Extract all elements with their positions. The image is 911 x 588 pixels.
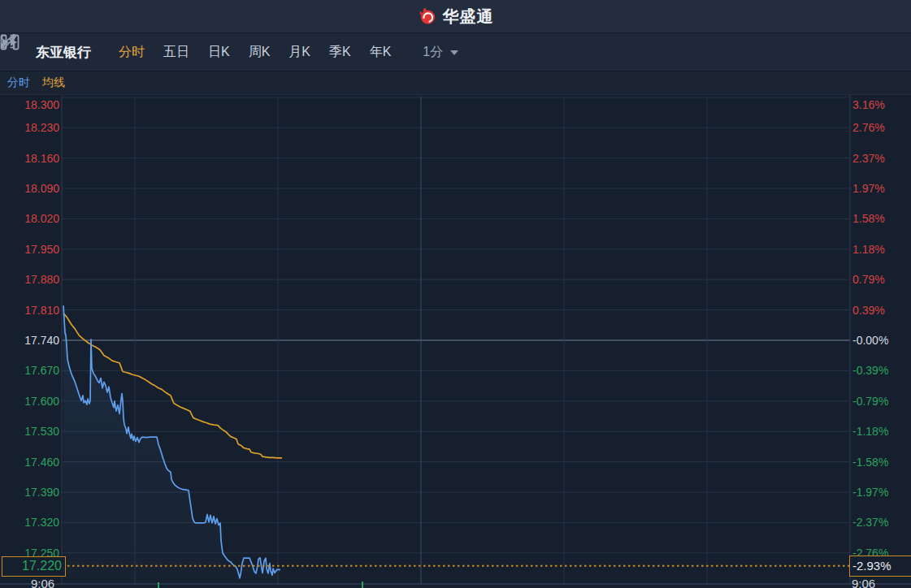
open-right-panel-button[interactable] [883, 43, 901, 61]
chevron-down-icon [450, 50, 458, 55]
percent-axis-label: 1.58% [852, 213, 885, 225]
chart-nav-bar: 东亚银行 分时五日日K周K月K季K年K 1分 [0, 33, 911, 71]
tab-yearly-k[interactable]: 年K [368, 41, 393, 64]
current-price-value: 17.220 [22, 559, 62, 573]
app-title: 华盛通 [443, 6, 494, 28]
percent-axis-label: 0.39% [852, 304, 885, 316]
volume-bar-tip [158, 582, 159, 588]
app-logo-flame-icon [418, 6, 437, 26]
tab-weekly-k[interactable]: 周K [247, 41, 272, 64]
tab-quarterly-k[interactable]: 季K [328, 41, 353, 64]
percent-axis-label: 1.18% [852, 243, 885, 255]
percent-axis-label: -0.79% [852, 395, 888, 407]
open-right-panel-icon [0, 33, 20, 51]
price-axis-label: 18.230 [0, 122, 59, 134]
overlay-legend-bar: 分时 均线 [0, 71, 911, 94]
period-tabs: 分时五日日K周K月K季K年K [117, 41, 408, 64]
current-price-badge: 17.220 [2, 556, 66, 577]
percent-axis-label: -1.58% [852, 456, 888, 468]
percent-axis-label: -2.37% [852, 517, 888, 529]
time-axis-label-left: 9:06 [31, 577, 54, 588]
price-axis-label: 18.160 [0, 152, 59, 164]
percent-axis-label: -1.97% [852, 486, 888, 499]
stock-name: 东亚银行 [36, 43, 91, 62]
tab-five-day[interactable]: 五日 [162, 41, 191, 64]
percent-axis-label: 0.79% [852, 274, 885, 286]
percent-axis-label: 2.37% [852, 152, 885, 164]
price-axis-label: 17.810 [0, 304, 59, 316]
chart-canvas[interactable] [0, 94, 911, 588]
interval-dropdown[interactable]: 1分 [423, 44, 458, 61]
price-axis-label: 17.950 [0, 243, 59, 255]
stock-chart-app: { "header": { "app_title": "华盛通" }, "nav… [0, 0, 911, 588]
title-bar: 华盛通 [0, 0, 911, 33]
nav-right-tools [820, 43, 901, 61]
fullscreen-button[interactable] [852, 43, 870, 61]
price-axis-label: 17.460 [0, 456, 59, 468]
interval-dropdown-value: 1分 [423, 44, 443, 61]
price-axis-label: 17.530 [0, 426, 59, 438]
volume-bar-tip [362, 582, 363, 588]
tab-daily-k[interactable]: 日K [206, 41, 232, 64]
price-axis-label: 18.090 [0, 182, 59, 194]
chart-area[interactable]: 18.3003.16%18.2302.76%18.1602.37%18.0901… [0, 94, 911, 588]
price-axis-label: 17.880 [0, 274, 59, 286]
price-axis-label: 17.320 [0, 517, 59, 529]
tab-monthly-k[interactable]: 月K [287, 41, 312, 64]
price-axis-label: 18.300 [0, 99, 59, 111]
tab-minute[interactable]: 分时 [117, 41, 146, 64]
percent-axis-label: -1.18% [852, 426, 888, 438]
legend-tab-minute-line[interactable]: 分时 [7, 76, 30, 90]
percent-axis-label: -0.39% [852, 365, 888, 377]
price-axis-label: 18.020 [0, 213, 59, 225]
percent-axis-label: 2.76% [852, 122, 885, 134]
time-axis-label-right: 9:06 [852, 577, 875, 588]
percent-axis-label: 1.97% [852, 182, 885, 194]
legend-tab-average-line[interactable]: 均线 [42, 76, 65, 90]
current-change-value: -2.93% [852, 559, 891, 573]
current-change-badge: -2.93% [849, 556, 911, 577]
draw-tool-button[interactable] [820, 43, 838, 61]
percent-axis-label: 3.16% [852, 99, 885, 111]
price-axis-label: 17.740 [0, 335, 59, 347]
percent-axis-label: -0.00% [852, 335, 888, 347]
price-axis-label: 17.390 [0, 486, 59, 499]
price-axis-label: 17.600 [0, 395, 59, 407]
price-axis-label: 17.670 [0, 365, 59, 377]
